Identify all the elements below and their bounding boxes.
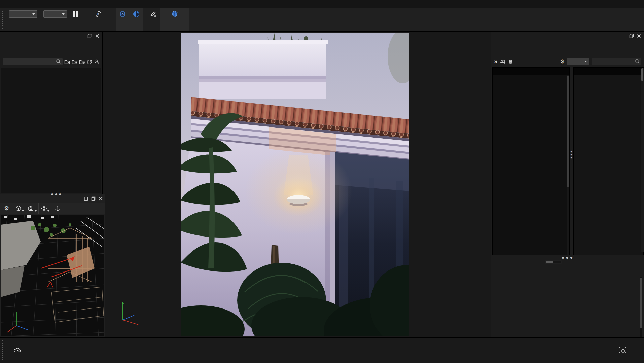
close-icon[interactable] [95,34,100,38]
gpu-chip-icon: G [119,10,127,18]
scene-search-input[interactable] [592,58,641,65]
toolbar-drag-handle[interactable] [2,11,5,29]
collapse-all-icon[interactable]: » [494,59,498,64]
chevron-down-icon [32,13,35,15]
pause-icon [73,10,78,17]
gv-camera-button[interactable] [26,203,39,214]
screenshot-icon [618,346,627,354]
item-tree-panel [573,67,644,255]
axis-triad-icon [55,205,61,212]
import-folder-icon[interactable] [72,59,77,65]
add-folder-icon[interactable] [64,59,70,65]
tools-icon [150,10,157,18]
viewport-axis-gizmo [113,299,143,334]
close-icon[interactable] [637,34,641,38]
workspaces-dropdown[interactable] [9,10,37,18]
gpu-button[interactable]: G [116,8,130,31]
gv-axis-button[interactable] [51,203,64,214]
main-toolbar: P G [0,8,644,32]
cloud-library-button[interactable] [5,339,30,362]
geometry-view-button[interactable] [160,8,189,31]
project-tabs [491,40,644,56]
gv-settings-button[interactable]: ⚙ [0,203,13,214]
float-panel-icon[interactable] [91,196,96,201]
export-folder-icon[interactable] [79,59,85,65]
screenshot-button[interactable] [606,339,639,362]
chevron-down-icon [22,210,24,212]
gv-view-mode-button[interactable] [13,203,26,214]
model-sets-header [493,68,569,75]
project-panel: » ⚙ ●●● ●●● [491,32,644,337]
render-image [181,33,409,336]
chevron-down-icon [584,61,587,62]
denoise-button[interactable] [130,8,143,31]
gear-icon: ⚙ [3,205,10,212]
workspaces-group [6,8,40,31]
show-filter-dropdown[interactable] [567,58,589,65]
list-splitter-dots[interactable]: ●●● [570,150,572,159]
scene-information-section [498,280,637,284]
library-tabs [0,40,102,56]
add-model-set-icon[interactable] [500,59,506,64]
gear-icon[interactable]: ⚙ [560,58,565,65]
geometry-view-viewport[interactable] [1,215,104,336]
chevron-down-icon [35,210,37,212]
cloud-library-icon [13,347,22,354]
geometry-view-icon [171,10,178,18]
svg-text:P: P [97,13,99,16]
maximize-icon[interactable] [83,196,88,201]
library-folder-tree [1,68,101,193]
gpu-usage-dropdown[interactable] [43,10,67,18]
performance-mode-icon: P [95,10,102,18]
close-icon[interactable] [98,196,103,201]
bottom-ribbon [0,337,644,363]
library-search-input[interactable] [3,58,63,65]
performance-mode-button[interactable]: P [81,8,116,31]
svg-text:G: G [122,13,124,16]
chevron-down-icon [62,13,65,15]
model-sets-panel [492,67,570,255]
chevron-down-icon [47,210,49,212]
pan-move-icon [40,205,47,212]
search-icon [56,59,61,64]
gv-pan-button[interactable] [39,203,51,214]
pause-button[interactable] [70,8,81,31]
panel-splitter-dots[interactable]: ●●● [491,255,644,260]
delete-icon[interactable] [508,59,513,64]
float-panel-icon[interactable] [629,34,634,38]
item-tree-vscrollbar[interactable] [641,68,644,252]
library-panel [0,32,103,194]
float-panel-icon[interactable] [87,34,92,38]
toggle-scene-button[interactable] [546,261,553,263]
search-icon [635,59,640,64]
menu-bar [0,0,644,8]
refresh-icon[interactable] [86,59,92,65]
geometry-view-panel: ●●● ⚙ [0,194,105,337]
gpu-usage-group [40,8,70,31]
tools-button[interactable] [147,8,160,31]
denoise-icon [133,10,140,18]
scene-materials-toggle [545,260,562,264]
item-tree-header [574,68,643,75]
camera-icon [28,205,34,212]
ribbon-drag-handle[interactable] [2,340,3,360]
cube-icon [15,205,22,212]
account-icon[interactable] [94,59,100,65]
toggle-materials-button[interactable] [553,261,561,263]
model-sets-scrollbar[interactable] [567,75,569,255]
realtime-viewport[interactable] [103,32,491,337]
